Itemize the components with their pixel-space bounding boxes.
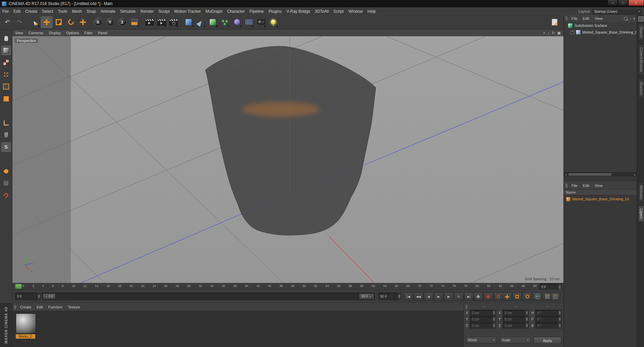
side-tab[interactable]: Structure <box>638 79 644 98</box>
position-y-field[interactable]: 0 cm <box>470 316 496 322</box>
render-picture-viewer-button[interactable] <box>156 16 167 28</box>
menu-item[interactable]: Pipeline <box>247 8 266 15</box>
render-settings-button[interactable] <box>168 16 179 28</box>
edges-mode-button[interactable] <box>1 82 11 91</box>
menu-item[interactable]: V-Ray Bridge <box>284 8 312 15</box>
current-frame-marker[interactable] <box>15 284 22 289</box>
layer-panel-menu-item[interactable]: View <box>592 184 605 188</box>
mesh-object[interactable] <box>205 46 376 235</box>
material-menu-item[interactable]: Create <box>17 305 34 309</box>
stepper-icon[interactable] <box>558 316 561 322</box>
timeline-ruler[interactable]: 0246810121416182022242628303234363840424… <box>12 283 563 290</box>
points-mode-button[interactable] <box>1 70 11 79</box>
key-scale-toggle[interactable] <box>512 292 522 301</box>
minimize-button[interactable]: – <box>607 0 618 6</box>
stepper-icon[interactable] <box>492 316 496 322</box>
locked-workplane-button[interactable] <box>1 179 11 188</box>
menu-item[interactable]: Character <box>225 8 247 15</box>
stepper-icon[interactable] <box>558 310 561 315</box>
menu-item[interactable]: Motion Tracker <box>172 8 203 15</box>
viewport-menu-item[interactable]: Filter <box>82 31 95 35</box>
object-manager-menu-item[interactable]: Edit <box>580 16 592 20</box>
next-frame-button[interactable]: ▶ <box>444 292 453 301</box>
size-y-field[interactable]: 0 cm <box>503 316 529 322</box>
material-menu-item[interactable]: Texture <box>65 305 83 309</box>
object-manager-hscrollbar[interactable]: ◄ ► <box>564 172 637 177</box>
lock-y-axis-button[interactable]: Y <box>104 16 116 28</box>
material-name-label[interactable]: Rocks_C <box>16 334 35 339</box>
menu-item[interactable]: 3DToAll <box>312 8 331 15</box>
menu-item[interactable]: Tools <box>55 8 69 15</box>
stepper-icon[interactable] <box>492 323 496 328</box>
polygons-mode-button[interactable] <box>1 94 11 103</box>
model-mode-button[interactable] <box>1 46 11 55</box>
undo-button[interactable]: ↶ <box>2 16 13 28</box>
material-preview-sphere[interactable] <box>16 313 36 334</box>
object-row-mesh[interactable]: + Misted_Square_Base_Drinking_G <box>564 29 637 36</box>
material-menu-item[interactable]: Function <box>46 305 65 309</box>
scale-tool-button[interactable] <box>53 16 64 28</box>
record-keyframe-button[interactable] <box>474 292 483 301</box>
menu-icon[interactable]: ≡ <box>633 17 635 20</box>
add-generator-button[interactable] <box>219 16 231 28</box>
side-tab[interactable]: Attributes <box>638 182 644 202</box>
rotation-p-field[interactable]: 0 ° <box>535 316 561 322</box>
material-item[interactable]: Rocks_C <box>16 313 35 339</box>
menu-item[interactable]: Create <box>23 8 40 15</box>
panel-grip-icon[interactable] <box>14 305 16 309</box>
goto-end-button[interactable]: ▶| <box>464 292 474 301</box>
render-view-button[interactable] <box>144 16 155 28</box>
range-start-handle[interactable]: ◄ 0 F <box>43 293 56 299</box>
paint-setup-button[interactable] <box>1 166 11 176</box>
add-light-button[interactable] <box>267 16 279 28</box>
scrollbar-thumb[interactable] <box>568 173 612 176</box>
menu-item[interactable]: Plugins <box>266 8 284 15</box>
preview-range-slider[interactable]: ◄ 0 F 90 F ► <box>42 293 375 300</box>
max-frame-field[interactable]: 90 F <box>378 293 401 300</box>
rotate-tool-button[interactable] <box>65 16 77 28</box>
position-x-field[interactable]: 0 cm <box>470 310 496 316</box>
size-x-field[interactable]: 0 cm <box>503 310 529 316</box>
size-z-field[interactable]: 0 cm <box>503 323 529 329</box>
lock-z-axis-button[interactable]: Z <box>116 16 128 28</box>
rotation-h-field[interactable]: 0 ° <box>535 310 561 316</box>
object-manager-menu-item[interactable]: File <box>569 16 580 20</box>
key-position-toggle[interactable] <box>502 292 512 301</box>
expand-plus-icon[interactable]: + <box>571 31 574 34</box>
add-subdivision-surface-button[interactable] <box>207 16 218 28</box>
menu-item[interactable]: Script <box>331 8 346 15</box>
autokey-button[interactable] <box>484 292 493 301</box>
stepper-icon[interactable] <box>525 316 528 322</box>
goto-start-button[interactable]: |◀ <box>404 292 413 301</box>
key-rotation-toggle[interactable] <box>523 292 532 301</box>
apply-button[interactable]: Apply <box>534 337 561 344</box>
side-tab[interactable]: Objects <box>638 23 644 41</box>
stepper-icon[interactable] <box>558 323 561 328</box>
rotate-view-icon[interactable]: ↻ <box>552 31 555 35</box>
add-environment-button[interactable] <box>243 16 255 28</box>
move-tool-button[interactable] <box>41 16 52 28</box>
object-manager-menu-item[interactable]: View <box>592 16 605 20</box>
panel-grip-icon[interactable] <box>565 184 567 188</box>
keyframe-selection-button[interactable] <box>551 292 560 301</box>
scroll-left-icon[interactable]: ◄ <box>564 174 568 176</box>
menu-item[interactable]: Snap <box>84 8 98 15</box>
menu-item[interactable]: Simulate <box>118 8 138 15</box>
object-manager-tree[interactable]: Subdivision Surface + Misted_Square_Base… <box>564 22 637 172</box>
toggle-fullscreen-icon[interactable]: ▣ <box>557 31 561 35</box>
side-tab[interactable]: Layers <box>638 206 644 222</box>
size-mode-dropdown[interactable]: Scale▼ <box>500 337 531 343</box>
current-frame-field[interactable]: 0 F <box>15 293 41 300</box>
menu-item[interactable]: MoGraph <box>203 8 225 15</box>
snap-toggle-button[interactable]: S <box>1 142 11 152</box>
layer-panel-menu-item[interactable]: File <box>569 184 580 188</box>
texture-mode-button[interactable] <box>1 58 11 67</box>
layer-panel-menu-item[interactable]: Edit <box>580 184 592 188</box>
viewport-canvas[interactable]: Y X Z Perspective Grid Spacing : 10 cm <box>12 36 563 283</box>
coordinate-system-dropdown[interactable]: World▼ <box>466 337 497 343</box>
panel-grip-icon[interactable] <box>565 16 567 20</box>
panel-grid-icon[interactable] <box>638 16 643 21</box>
search-icon[interactable] <box>624 17 628 20</box>
object-row-subdivision-surface[interactable]: Subdivision Surface <box>564 22 637 29</box>
menu-item[interactable]: File <box>0 8 11 15</box>
